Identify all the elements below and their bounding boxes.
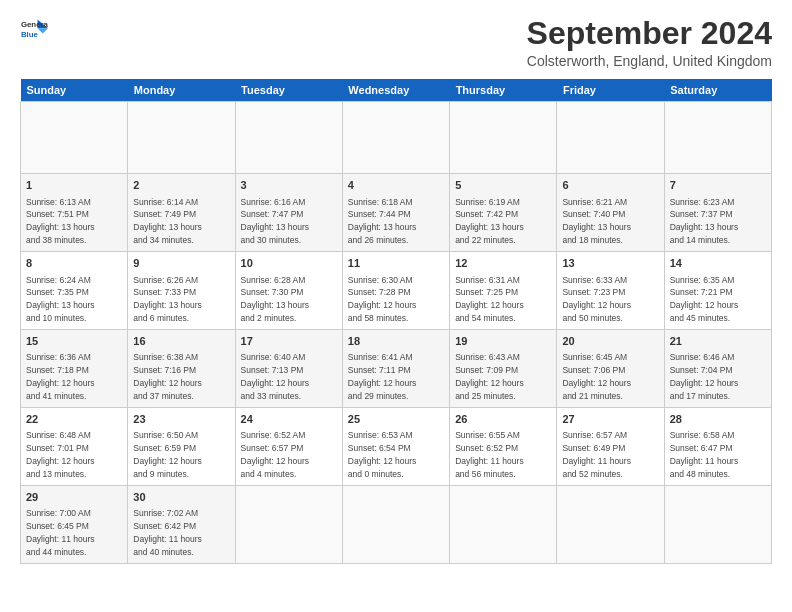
col-friday: Friday bbox=[557, 79, 664, 102]
day-number: 23 bbox=[133, 412, 229, 427]
table-row bbox=[21, 102, 128, 174]
calendar-week-2: 8 Sunrise: 6:24 AMSunset: 7:35 PMDayligh… bbox=[21, 252, 772, 330]
day-number: 1 bbox=[26, 178, 122, 193]
day-info: Sunrise: 6:58 AMSunset: 6:47 PMDaylight:… bbox=[670, 430, 739, 479]
table-row: 13 Sunrise: 6:33 AMSunset: 7:23 PMDaylig… bbox=[557, 252, 664, 330]
day-number: 13 bbox=[562, 256, 658, 271]
table-row: 27 Sunrise: 6:57 AMSunset: 6:49 PMDaylig… bbox=[557, 408, 664, 486]
table-row: 21 Sunrise: 6:46 AMSunset: 7:04 PMDaylig… bbox=[664, 330, 771, 408]
svg-text:Blue: Blue bbox=[21, 30, 39, 39]
calendar-week-0 bbox=[21, 102, 772, 174]
day-number: 20 bbox=[562, 334, 658, 349]
day-info: Sunrise: 6:28 AMSunset: 7:30 PMDaylight:… bbox=[241, 275, 310, 324]
day-number: 12 bbox=[455, 256, 551, 271]
table-row: 15 Sunrise: 6:36 AMSunset: 7:18 PMDaylig… bbox=[21, 330, 128, 408]
day-number: 3 bbox=[241, 178, 337, 193]
day-number: 30 bbox=[133, 490, 229, 505]
day-info: Sunrise: 6:57 AMSunset: 6:49 PMDaylight:… bbox=[562, 430, 631, 479]
table-row: 14 Sunrise: 6:35 AMSunset: 7:21 PMDaylig… bbox=[664, 252, 771, 330]
day-number: 6 bbox=[562, 178, 658, 193]
table-row bbox=[557, 102, 664, 174]
table-row: 2 Sunrise: 6:14 AMSunset: 7:49 PMDayligh… bbox=[128, 174, 235, 252]
day-info: Sunrise: 6:46 AMSunset: 7:04 PMDaylight:… bbox=[670, 352, 739, 401]
day-info: Sunrise: 6:18 AMSunset: 7:44 PMDaylight:… bbox=[348, 197, 417, 246]
day-number: 15 bbox=[26, 334, 122, 349]
day-number: 4 bbox=[348, 178, 444, 193]
day-number: 8 bbox=[26, 256, 122, 271]
calendar-week-4: 22 Sunrise: 6:48 AMSunset: 7:01 PMDaylig… bbox=[21, 408, 772, 486]
calendar-table: Sunday Monday Tuesday Wednesday Thursday… bbox=[20, 79, 772, 564]
title-block: September 2024 Colsterworth, England, Un… bbox=[527, 16, 772, 69]
day-number: 26 bbox=[455, 412, 551, 427]
logo: General Blue bbox=[20, 16, 48, 44]
day-number: 7 bbox=[670, 178, 766, 193]
header: General Blue September 2024 Colsterworth… bbox=[20, 16, 772, 69]
day-info: Sunrise: 6:23 AMSunset: 7:37 PMDaylight:… bbox=[670, 197, 739, 246]
day-info: Sunrise: 6:55 AMSunset: 6:52 PMDaylight:… bbox=[455, 430, 524, 479]
table-row: 25 Sunrise: 6:53 AMSunset: 6:54 PMDaylig… bbox=[342, 408, 449, 486]
day-number: 11 bbox=[348, 256, 444, 271]
col-thursday: Thursday bbox=[450, 79, 557, 102]
day-number: 27 bbox=[562, 412, 658, 427]
day-info: Sunrise: 6:21 AMSunset: 7:40 PMDaylight:… bbox=[562, 197, 631, 246]
day-info: Sunrise: 6:14 AMSunset: 7:49 PMDaylight:… bbox=[133, 197, 202, 246]
day-number: 21 bbox=[670, 334, 766, 349]
day-number: 9 bbox=[133, 256, 229, 271]
table-row bbox=[664, 102, 771, 174]
day-number: 16 bbox=[133, 334, 229, 349]
table-row bbox=[557, 486, 664, 564]
table-row: 9 Sunrise: 6:26 AMSunset: 7:33 PMDayligh… bbox=[128, 252, 235, 330]
table-row: 26 Sunrise: 6:55 AMSunset: 6:52 PMDaylig… bbox=[450, 408, 557, 486]
table-row: 22 Sunrise: 6:48 AMSunset: 7:01 PMDaylig… bbox=[21, 408, 128, 486]
table-row: 4 Sunrise: 6:18 AMSunset: 7:44 PMDayligh… bbox=[342, 174, 449, 252]
table-row: 17 Sunrise: 6:40 AMSunset: 7:13 PMDaylig… bbox=[235, 330, 342, 408]
day-info: Sunrise: 6:48 AMSunset: 7:01 PMDaylight:… bbox=[26, 430, 95, 479]
day-number: 18 bbox=[348, 334, 444, 349]
day-info: Sunrise: 6:19 AMSunset: 7:42 PMDaylight:… bbox=[455, 197, 524, 246]
table-row bbox=[128, 102, 235, 174]
day-info: Sunrise: 6:30 AMSunset: 7:28 PMDaylight:… bbox=[348, 275, 417, 324]
day-info: Sunrise: 6:41 AMSunset: 7:11 PMDaylight:… bbox=[348, 352, 417, 401]
day-info: Sunrise: 6:40 AMSunset: 7:13 PMDaylight:… bbox=[241, 352, 310, 401]
table-row bbox=[342, 486, 449, 564]
day-number: 17 bbox=[241, 334, 337, 349]
table-row: 18 Sunrise: 6:41 AMSunset: 7:11 PMDaylig… bbox=[342, 330, 449, 408]
table-row: 29 Sunrise: 7:00 AMSunset: 6:45 PMDaylig… bbox=[21, 486, 128, 564]
table-row bbox=[342, 102, 449, 174]
day-info: Sunrise: 6:53 AMSunset: 6:54 PMDaylight:… bbox=[348, 430, 417, 479]
table-row: 20 Sunrise: 6:45 AMSunset: 7:06 PMDaylig… bbox=[557, 330, 664, 408]
day-info: Sunrise: 7:00 AMSunset: 6:45 PMDaylight:… bbox=[26, 508, 95, 557]
day-info: Sunrise: 6:50 AMSunset: 6:59 PMDaylight:… bbox=[133, 430, 202, 479]
logo-icon: General Blue bbox=[20, 16, 48, 44]
day-info: Sunrise: 7:02 AMSunset: 6:42 PMDaylight:… bbox=[133, 508, 202, 557]
table-row bbox=[450, 486, 557, 564]
calendar-week-3: 15 Sunrise: 6:36 AMSunset: 7:18 PMDaylig… bbox=[21, 330, 772, 408]
table-row bbox=[235, 486, 342, 564]
day-info: Sunrise: 6:43 AMSunset: 7:09 PMDaylight:… bbox=[455, 352, 524, 401]
table-row: 28 Sunrise: 6:58 AMSunset: 6:47 PMDaylig… bbox=[664, 408, 771, 486]
day-number: 25 bbox=[348, 412, 444, 427]
table-row: 1 Sunrise: 6:13 AMSunset: 7:51 PMDayligh… bbox=[21, 174, 128, 252]
table-row: 5 Sunrise: 6:19 AMSunset: 7:42 PMDayligh… bbox=[450, 174, 557, 252]
table-row: 6 Sunrise: 6:21 AMSunset: 7:40 PMDayligh… bbox=[557, 174, 664, 252]
header-row: Sunday Monday Tuesday Wednesday Thursday… bbox=[21, 79, 772, 102]
day-info: Sunrise: 6:26 AMSunset: 7:33 PMDaylight:… bbox=[133, 275, 202, 324]
col-saturday: Saturday bbox=[664, 79, 771, 102]
day-number: 14 bbox=[670, 256, 766, 271]
day-info: Sunrise: 6:16 AMSunset: 7:47 PMDaylight:… bbox=[241, 197, 310, 246]
month-title: September 2024 bbox=[527, 16, 772, 51]
col-monday: Monday bbox=[128, 79, 235, 102]
day-info: Sunrise: 6:45 AMSunset: 7:06 PMDaylight:… bbox=[562, 352, 631, 401]
table-row: 11 Sunrise: 6:30 AMSunset: 7:28 PMDaylig… bbox=[342, 252, 449, 330]
col-tuesday: Tuesday bbox=[235, 79, 342, 102]
day-info: Sunrise: 6:24 AMSunset: 7:35 PMDaylight:… bbox=[26, 275, 95, 324]
table-row: 24 Sunrise: 6:52 AMSunset: 6:57 PMDaylig… bbox=[235, 408, 342, 486]
day-number: 10 bbox=[241, 256, 337, 271]
day-number: 24 bbox=[241, 412, 337, 427]
day-info: Sunrise: 6:13 AMSunset: 7:51 PMDaylight:… bbox=[26, 197, 95, 246]
table-row: 3 Sunrise: 6:16 AMSunset: 7:47 PMDayligh… bbox=[235, 174, 342, 252]
day-number: 22 bbox=[26, 412, 122, 427]
table-row bbox=[664, 486, 771, 564]
col-wednesday: Wednesday bbox=[342, 79, 449, 102]
day-info: Sunrise: 6:31 AMSunset: 7:25 PMDaylight:… bbox=[455, 275, 524, 324]
